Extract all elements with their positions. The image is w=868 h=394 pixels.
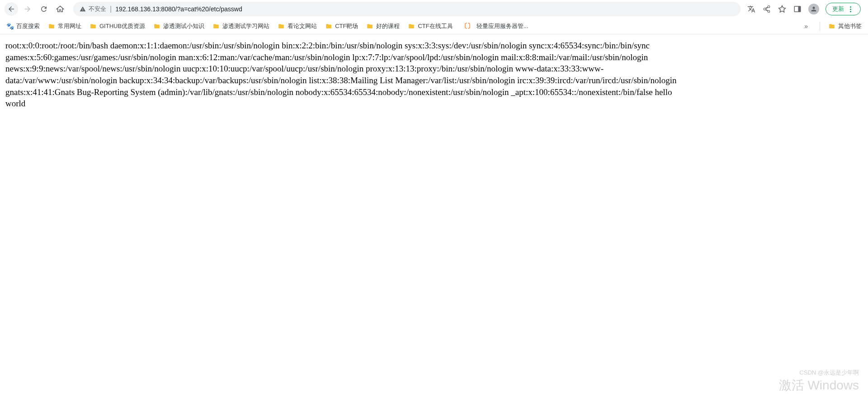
home-icon: [56, 5, 64, 13]
warning-icon: [80, 6, 86, 12]
baidu-icon: 🐾: [6, 23, 14, 30]
person-icon: [810, 5, 817, 13]
bookmark-label: GITHUB优质资源: [99, 22, 145, 30]
windows-watermark: 激活 Windows: [779, 377, 859, 394]
bookmark-label: 看论文网站: [288, 22, 317, 30]
other-bookmarks[interactable]: 其他书签: [828, 22, 862, 30]
bookmark-folder-papers[interactable]: 看论文网站: [278, 22, 317, 30]
bookmark-folder-pentest-tips[interactable]: 渗透测试小知识: [153, 22, 204, 30]
arrow-left-icon: [7, 5, 15, 13]
star-icon: [778, 5, 786, 13]
bookmark-label: CTF靶场: [335, 22, 358, 30]
url-input[interactable]: [115, 5, 734, 13]
back-button[interactable]: [5, 2, 18, 16]
folder-icon: [325, 23, 332, 29]
address-bar[interactable]: 不安全 |: [73, 2, 741, 16]
folder-icon: [48, 23, 55, 29]
menu-dots-icon: [847, 5, 854, 13]
divider: [820, 22, 820, 31]
bookmark-label: 渗透测试学习网站: [222, 22, 269, 30]
bookmark-label: 轻量应用服务器管...: [476, 22, 528, 30]
bookmark-label: CTF在线工具: [418, 22, 453, 30]
bookmark-label: 好的课程: [376, 22, 400, 30]
separator: |: [110, 5, 112, 13]
update-label: 更新: [832, 5, 844, 13]
browser-toolbar: 不安全 | 更新: [0, 0, 868, 18]
bookmark-folder-courses[interactable]: 好的课程: [366, 22, 400, 30]
panel-icon: [793, 5, 802, 13]
csdn-watermark: CSDN @永远是少年啊: [799, 369, 859, 377]
arrow-right-icon: [24, 5, 32, 13]
bookmark-cloud-server[interactable]: 〔〕 轻量应用服务器管...: [461, 22, 528, 30]
bookmark-folder-github[interactable]: GITHUB优质资源: [90, 22, 145, 30]
reload-icon: [40, 5, 48, 13]
forward-button[interactable]: [21, 2, 34, 16]
share-button[interactable]: [762, 5, 771, 14]
bookmarks-overflow[interactable]: »: [801, 23, 811, 30]
toolbar-right: 更新: [747, 3, 863, 15]
reload-button[interactable]: [37, 2, 51, 16]
cloud-icon: 〔〕: [461, 22, 474, 30]
update-button[interactable]: 更新: [826, 3, 861, 15]
bookmark-label: 常用网址: [58, 22, 81, 30]
folder-icon: [278, 23, 285, 29]
bookmark-folder-pentest-learn[interactable]: 渗透测试学习网站: [212, 22, 269, 30]
bookmark-button[interactable]: [778, 5, 787, 14]
bookmark-folder-ctf-range[interactable]: CTF靶场: [325, 22, 358, 30]
folder-icon: [212, 23, 220, 29]
bookmark-label: 其他书签: [838, 22, 862, 30]
security-indicator[interactable]: 不安全: [80, 5, 106, 13]
svg-rect-1: [798, 6, 801, 12]
folder-icon: [90, 23, 97, 29]
insecure-label: 不安全: [89, 5, 106, 13]
folder-icon: [366, 23, 373, 29]
bookmark-folder-ctf-tools[interactable]: CTF在线工具: [408, 22, 453, 30]
bookmarks-bar: 🐾 百度搜索 常用网址 GITHUB优质资源 渗透测试小知识 渗透测试学习网站 …: [0, 18, 868, 34]
translate-icon: [747, 5, 755, 13]
profile-button[interactable]: [808, 4, 819, 14]
bookmark-label: 百度搜索: [16, 22, 40, 30]
share-icon: [763, 5, 771, 13]
side-panel-button[interactable]: [793, 5, 802, 14]
bookmark-folder-common[interactable]: 常用网址: [48, 22, 81, 30]
bookmark-baidu[interactable]: 🐾 百度搜索: [6, 22, 40, 30]
bookmark-label: 渗透测试小知识: [163, 22, 204, 30]
folder-icon: [153, 23, 160, 29]
home-button[interactable]: [53, 2, 67, 16]
folder-icon: [828, 23, 835, 29]
page-body-text: root:x:0:0:root:/root:/bin/bash daemon:x…: [0, 34, 687, 115]
folder-icon: [408, 23, 415, 29]
translate-button[interactable]: [747, 5, 756, 14]
